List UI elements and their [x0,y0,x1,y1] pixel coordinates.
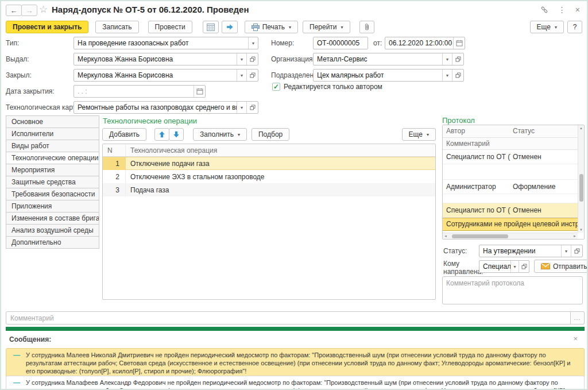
tab-vidy-rabot[interactable]: Виды работ [6,140,99,152]
scroll-right-icon[interactable]: ► [572,233,578,239]
save-button[interactable]: Записать [95,21,138,33]
calendar-icon[interactable] [194,86,205,97]
protocol-comment-input[interactable] [442,276,583,304]
row-number: 1 [103,157,126,170]
vertical-scrollbar[interactable]: ▲ ▼ [578,125,584,233]
caret-down-icon[interactable]: ▾ [442,53,452,65]
scroll-up-icon[interactable]: ▲ [578,125,584,131]
protocol-row[interactable]: Администратор Оформление [443,180,578,194]
author-only-checkbox[interactable]: ✓ Редактируется только автором [272,83,382,91]
message-item[interactable]: — У сотрудника Малафеев Александр Федоро… [6,376,585,390]
messages-close-icon[interactable]: × [573,334,578,343]
table-row[interactable]: 2 Отключение ЭХЗ в стальном газопроводе [103,170,435,183]
post-and-close-label: Провести и закрыть [13,23,82,31]
post-and-close-button[interactable]: Провести и закрыть [6,21,88,33]
operations-more-button[interactable]: Еще ▾ [402,128,436,141]
protocol-comment-row[interactable] [443,164,578,180]
number-field[interactable]: ОТ-00000005 [313,37,368,49]
vertical-scroll-thumb[interactable] [579,174,583,202]
horizontal-scrollbar[interactable]: ◄ ► [443,233,578,239]
caret-down-icon[interactable]: ▾ [510,261,519,272]
tab-zashchitnye-sredstva[interactable]: Защитные средства [6,176,99,188]
comment-more-button[interactable]: ... [571,311,585,325]
tab-trebovaniya-bezopasnosti[interactable]: Требования безопасности [6,188,99,200]
column-status[interactable]: Статус [510,125,578,137]
attachments-button[interactable] [359,21,374,33]
forward-button[interactable]: → [21,5,37,16]
tab-izmeneniya-brigady[interactable]: Изменения в составе бригады [6,212,99,225]
date-field[interactable]: 06.12.2020 12:00:00 [385,37,465,49]
print-button[interactable]: Печать ▾ [245,21,298,33]
department-combobox[interactable]: Цех малярных работ ▾ [313,69,464,82]
open-link-icon[interactable] [452,53,463,65]
tab-prilozheniya[interactable]: Приложения [6,200,99,213]
tab-tekhnologicheskie-operatsii[interactable]: Технологические операции [6,152,99,164]
add-button[interactable]: Добавить [102,128,146,141]
horizontal-scroll-thumb[interactable] [452,234,508,238]
post-button[interactable]: Провести [148,21,192,33]
move-down-button[interactable] [169,128,184,141]
table-row[interactable]: 1 Отключение подачи газа [103,157,435,170]
open-link-icon[interactable] [571,245,582,257]
calendar-icon[interactable] [453,37,465,49]
messages-splitter[interactable] [6,327,585,331]
add-label: Добавить [109,130,140,138]
protocol-row[interactable]: Специалист по ОТ (Т... Отменен [443,203,578,218]
more-button[interactable]: Еще ▾ [530,21,564,33]
protocol-row[interactable]: Специалист по ОТ (Т... Отменен [443,150,578,164]
fill-button[interactable]: Заполнить ▾ [193,128,247,141]
protocol-comment-row[interactable] [443,194,578,203]
close-date-field[interactable]: . . : [74,85,206,98]
more-label: Еще [537,23,551,31]
open-link-icon[interactable] [246,69,258,81]
tab-analiz-sredy[interactable]: Анализ воздушной среды [6,224,99,237]
closed-by-combobox[interactable]: Меркулова Жанна Борисовна ▾ [74,69,258,82]
column-comment[interactable]: Комментарий [443,138,578,149]
protocol-selected-comment-row[interactable]: Сотрудниками не пройден целевой инстркта… [443,218,578,231]
comment-input[interactable] [6,311,571,325]
caret-down-icon[interactable]: ▾ [237,102,246,113]
column-operation[interactable]: Технологическая операция [126,144,435,156]
tab-dopolnitelno[interactable]: Дополнительно [6,236,99,249]
close-icon[interactable]: × [575,5,580,15]
open-link-icon[interactable] [519,261,529,272]
caret-down-icon[interactable]: ▾ [248,37,258,49]
menu-dots-icon[interactable]: ⋮ [558,5,566,15]
goto-button[interactable]: Перейти ▾ [303,21,350,33]
table-row[interactable]: 3 Подача газа [103,183,435,196]
pick-button[interactable]: Подбор [252,128,289,141]
send-button[interactable]: Отправить [534,260,588,273]
forward-arrow-icon: → [26,6,33,15]
sent-to-combobox[interactable]: Специалис ▾ [479,260,529,273]
open-link-icon[interactable] [246,102,258,113]
organization-combobox[interactable]: Металл-Сервис ▾ [313,53,464,65]
link-icon[interactable] [540,6,549,14]
help-button[interactable]: ? [567,21,582,33]
caret-down-icon[interactable]: ▾ [237,53,246,65]
favorite-star-icon[interactable]: ☆ [39,3,48,16]
status-combobox[interactable]: На утверждении ▾ [479,245,583,257]
tech-card-combobox[interactable]: Ремонтные работы на газопроводах среднег… [74,101,258,114]
open-link-icon[interactable] [246,53,258,65]
caret-down-icon[interactable]: ▾ [442,69,452,81]
type-label: Тип: [6,39,19,47]
document-movements-button[interactable] [222,21,238,33]
caret-down-icon[interactable]: ▾ [237,69,246,81]
tab-ispolniteli[interactable]: Исполнители [6,128,99,140]
caret-down-icon[interactable]: ▾ [561,245,571,257]
type-combobox[interactable]: На проведение газоопасных работ ▾ [74,37,258,49]
open-link-icon[interactable] [452,69,463,81]
tab-osnovnoe[interactable]: Основное [6,115,99,128]
report-structure-button[interactable] [203,21,219,33]
issued-by-combobox[interactable]: Меркулова Жанна Борисовна ▾ [74,53,258,65]
message-item[interactable]: — У сотрудника Малеев Николай Дмитриевич… [6,348,585,379]
move-up-button[interactable] [154,128,169,141]
back-button[interactable]: ← [6,5,22,16]
sent-to-label: Кому направлена: [443,260,477,276]
scroll-left-icon[interactable]: ◄ [443,233,448,239]
column-author[interactable]: Автор [443,125,510,137]
scroll-down-icon[interactable]: ▼ [578,227,584,233]
post-label: Провести [155,23,185,31]
tab-meropriyatiya[interactable]: Мероприятия [6,164,99,176]
column-n[interactable]: N [103,144,126,156]
